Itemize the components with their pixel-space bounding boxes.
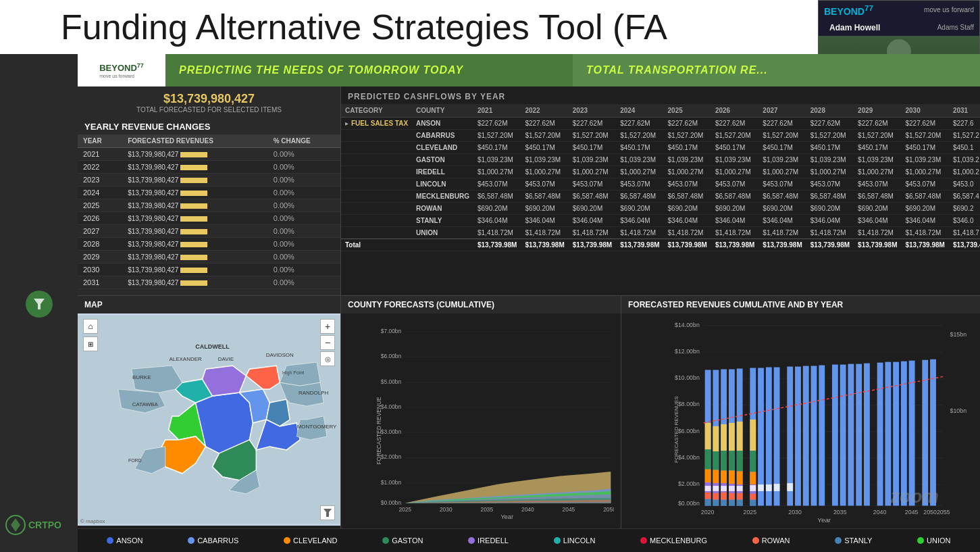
category-cell bbox=[341, 130, 412, 142]
map-zoom-controls[interactable]: + − ◎ bbox=[320, 319, 335, 366]
svg-rect-136 bbox=[930, 359, 936, 506]
year-cell: 2024 bbox=[78, 186, 122, 199]
svg-rect-111 bbox=[750, 420, 756, 451]
value-cell: $1,418.72M bbox=[521, 227, 568, 239]
svg-text:$2.00bn: $2.00bn bbox=[381, 453, 402, 460]
value-cell: $1,527.2 bbox=[949, 130, 980, 142]
svg-text:$4.00bn: $4.00bn bbox=[678, 454, 700, 461]
value-cell: $1,527.20M bbox=[569, 130, 616, 142]
svg-text:2030: 2030 bbox=[440, 506, 453, 513]
value-cell: $1,527.20M bbox=[521, 130, 568, 142]
value-cell: $1,527.20M bbox=[854, 130, 901, 142]
svg-rect-81 bbox=[705, 499, 711, 506]
value-cell: $227.62M bbox=[521, 118, 568, 130]
table-row: 2030$13,739,980,427 0.00% bbox=[78, 264, 340, 276]
revenue-cell: $13,739,980,427 bbox=[122, 148, 268, 161]
svg-rect-145 bbox=[774, 484, 780, 491]
map-label-caldwell: CALDWELL bbox=[195, 343, 230, 350]
svg-text:$7.00bn: $7.00bn bbox=[381, 328, 402, 334]
map-label-davidson: DAVIDSON bbox=[266, 352, 294, 358]
zoom-participant-role: Adams Staff bbox=[937, 24, 974, 31]
svg-rect-141 bbox=[737, 486, 743, 491]
value-cell: $690.20M bbox=[711, 203, 758, 215]
legend-item: GASTON bbox=[382, 536, 423, 545]
revenue-forecast-chart: $14.00bn $12.00bn $10.00bn $8.00bn $6.00… bbox=[655, 317, 973, 522]
svg-rect-95 bbox=[721, 500, 727, 506]
value-cell: $13,739.98M bbox=[569, 239, 616, 251]
value-cell: $227.62M bbox=[569, 118, 616, 130]
zoom-participant-name: Adam Howell bbox=[824, 22, 885, 34]
zoom-logo-sub: move us forward bbox=[924, 6, 974, 14]
category-cell bbox=[341, 178, 412, 191]
revenue-cell: $13,739,980,427 bbox=[122, 199, 268, 212]
value-cell: $690.20M bbox=[902, 203, 949, 215]
cashflow-col-header: 2027 bbox=[758, 104, 806, 118]
svg-rect-88 bbox=[713, 500, 719, 506]
revenue-forecast-title: FORECASTED REVENUES CUMULATIVE AND BY YE… bbox=[621, 296, 980, 313]
cashflow-col-header: 2023 bbox=[569, 104, 616, 118]
svg-rect-133 bbox=[901, 361, 907, 506]
legend-label: UNION bbox=[927, 536, 950, 545]
value-cell: $1,000.27M bbox=[854, 166, 901, 178]
svg-text:$0.00bn: $0.00bn bbox=[678, 500, 700, 507]
value-cell: $1,000.27M bbox=[758, 166, 806, 178]
header-banner: BEYOND77 move us forward PREDICTING THE … bbox=[78, 54, 980, 86]
revenue-cell: $13,739,980,427 bbox=[122, 174, 268, 186]
map-home-button[interactable]: ⌂ bbox=[83, 319, 98, 334]
filter-icon[interactable] bbox=[26, 291, 53, 318]
year-cell: 2029 bbox=[78, 251, 122, 264]
table-row: 2026$13,739,980,427 0.00% bbox=[78, 212, 340, 225]
svg-rect-138 bbox=[713, 486, 719, 491]
map-grid-button[interactable]: ⊞ bbox=[83, 336, 98, 351]
svg-rect-140 bbox=[729, 486, 735, 491]
value-cell: $690.20M bbox=[616, 203, 663, 215]
svg-text:$14.00bn: $14.00bn bbox=[675, 322, 700, 328]
category-cell: ▸FUEL SALES TAX bbox=[341, 118, 412, 130]
svg-rect-135 bbox=[922, 360, 928, 506]
legend-item: ANSON bbox=[107, 536, 143, 545]
svg-rect-115 bbox=[750, 494, 756, 500]
year-cell: 2030 bbox=[78, 264, 122, 276]
cashflow-col-header: CATEGORY bbox=[341, 104, 412, 118]
cashflow-col-header: 2024 bbox=[616, 104, 663, 118]
change-cell: 0.00% bbox=[268, 225, 340, 238]
map-zoom-in[interactable]: + bbox=[320, 319, 335, 334]
revenue-chart-area: $14.00bn $12.00bn $10.00bn $8.00bn $6.00… bbox=[621, 313, 980, 526]
value-cell: $450.17M bbox=[569, 142, 616, 154]
legend-dot bbox=[107, 537, 113, 544]
svg-rect-80 bbox=[705, 493, 711, 499]
table-row: GASTON$1,039.23M$1,039.23M$1,039.23M$1,0… bbox=[341, 154, 980, 166]
zoom-logo: BEYOND77 bbox=[824, 3, 873, 17]
value-cell: $453.07M bbox=[902, 178, 949, 191]
cashflow-col-header: 2031 bbox=[949, 104, 980, 118]
svg-text:2050: 2050 bbox=[603, 506, 614, 513]
value-cell: $453.07M bbox=[473, 178, 521, 191]
table-row: ROWAN$690.20M$690.20M$690.20M$690.20M$69… bbox=[341, 203, 980, 215]
svg-rect-92 bbox=[721, 471, 727, 484]
cashflow-table: CATEGORYCOUNTY20212022202320242025202620… bbox=[341, 104, 980, 251]
change-cell: 0.00% bbox=[268, 276, 340, 289]
svg-rect-125 bbox=[832, 365, 838, 506]
legend-label: STANLY bbox=[844, 536, 872, 545]
value-cell: $1,418.72M bbox=[664, 227, 711, 239]
col-change: % CHANGE bbox=[268, 134, 340, 148]
legend-label: ANSON bbox=[116, 536, 143, 545]
map-label-alexander: ALEXANDER bbox=[169, 356, 202, 362]
table-row: 2027$13,739,980,427 0.00% bbox=[78, 225, 340, 238]
year-cell: 2025 bbox=[78, 199, 122, 212]
map-zoom-out[interactable]: − bbox=[320, 335, 335, 350]
cashflow-col-header: 2029 bbox=[854, 104, 901, 118]
map-compass[interactable]: ◎ bbox=[320, 351, 335, 366]
value-cell: $227.62M bbox=[806, 118, 854, 130]
svg-rect-113 bbox=[750, 472, 756, 484]
cashflow-tbody: ▸FUEL SALES TAXANSON$227.62M$227.62M$227… bbox=[341, 118, 980, 251]
svg-rect-102 bbox=[729, 500, 735, 506]
county-cell: UNION bbox=[412, 227, 473, 239]
change-cell: 0.00% bbox=[268, 148, 340, 161]
svg-rect-94 bbox=[721, 493, 727, 500]
table-row: MECKLENBURG$6,587.48M$6,587.48M$6,587.48… bbox=[341, 191, 980, 203]
map-filter-button[interactable] bbox=[320, 505, 335, 520]
value-cell: $6,587.4 bbox=[949, 191, 980, 203]
svg-text:2025: 2025 bbox=[398, 506, 411, 513]
value-cell: $6,587.48M bbox=[806, 191, 854, 203]
